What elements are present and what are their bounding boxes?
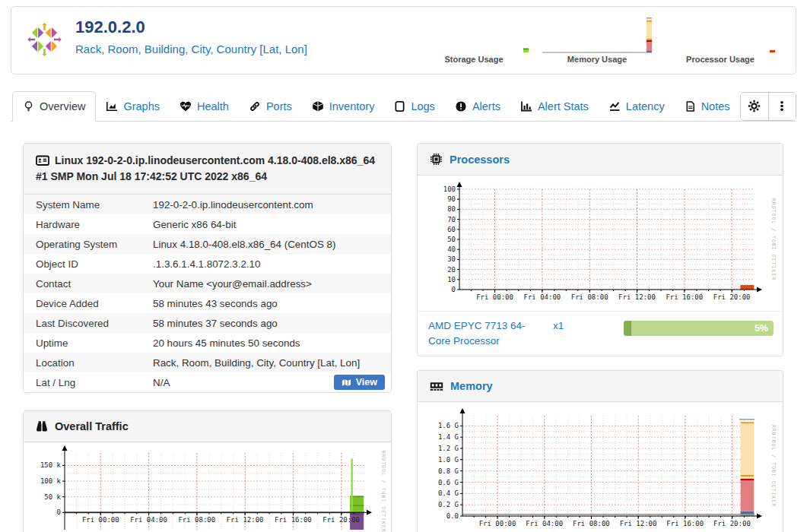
tab-label: Health [197, 100, 229, 112]
processor-usage-sparkline [663, 16, 777, 54]
system-info-table: System Name192-0-2-0.ip.linodeuserconten… [24, 195, 391, 392]
table-row-latlng: Lat / Lng N/A View [24, 372, 391, 392]
map-icon [342, 378, 351, 387]
tab-alerts[interactable]: Alerts [445, 91, 510, 121]
tab-label: Latency [626, 100, 665, 112]
svg-text:1.2 G: 1.2 G [438, 445, 459, 452]
svg-text:Fri 20:00: Fri 20:00 [713, 293, 751, 301]
tab-overview[interactable]: Overview [12, 91, 96, 122]
svg-text:90: 90 [447, 195, 456, 203]
svg-text:Fri 08:00: Fri 08:00 [178, 516, 215, 524]
tab-ports[interactable]: Ports [239, 91, 302, 121]
settings-button[interactable] [741, 93, 768, 120]
kebab-menu-icon [776, 100, 788, 112]
svg-text:Fri 00:00: Fri 00:00 [476, 293, 513, 301]
device-tab-bar: Overview Graphs Health Ports Inventory L… [11, 91, 796, 122]
tab-latency[interactable]: Latency [599, 91, 675, 121]
overall-traffic-header: Overall Traffic [24, 411, 391, 442]
lightbulb-icon [23, 100, 34, 112]
tab-graphs[interactable]: Graphs [96, 91, 170, 121]
overall-traffic-title: Overall Traffic [55, 420, 129, 432]
svg-text:Fri 12:00: Fri 12:00 [226, 516, 263, 524]
microchip-icon [430, 153, 443, 166]
svg-text:40: 40 [447, 245, 456, 253]
svg-text:RRDTOOL / TOBI OETIKER: RRDTOOL / TOBI OETIKER [770, 425, 776, 507]
processor-usage-label: Processor Usage [686, 55, 755, 64]
view-map-button[interactable]: View [334, 375, 385, 390]
svg-text:RRDTOOL / TOBI OETIKER: RRDTOOL / TOBI OETIKER [380, 450, 386, 532]
svg-text:20: 20 [447, 266, 456, 274]
processor-usage-graph[interactable]: 0102030405060708090100Fri 00:00Fri 04:00… [424, 179, 776, 308]
tab-notes[interactable]: Notes [675, 91, 740, 121]
system-kernel-title: Linux 192-0-2-0.ip.linodeusercontent.com… [36, 154, 375, 182]
memory-usage-sparkline [540, 16, 654, 54]
svg-text:Fri 08:00: Fri 08:00 [571, 293, 608, 301]
svg-text:Fri 12:00: Fri 12:00 [620, 520, 657, 527]
table-row: LocationRack, Room, Building, City, Coun… [24, 353, 391, 372]
more-menu-button[interactable] [768, 93, 796, 120]
device-location-link[interactable]: Rack, Room, Building, City, Country [Lat… [75, 43, 307, 55]
svg-text:1.4 G: 1.4 G [438, 433, 459, 441]
memory-usage-minigraph[interactable]: Memory Usage [540, 16, 654, 64]
binoculars-icon [36, 420, 48, 432]
cpu-usage-fill [624, 321, 631, 336]
tab-alert-stats[interactable]: Alert Stats [510, 91, 599, 121]
tab-health[interactable]: Health [170, 91, 239, 121]
processors-card: Processors 0102030405060708090100Fri 00:… [417, 143, 783, 356]
tab-inventory[interactable]: Inventory [302, 91, 385, 121]
cpu-usage-percent: 5% [755, 321, 768, 336]
memory-icon [430, 382, 443, 391]
left-column: Linux 192-0-2-0.ip.linodeusercontent.com… [23, 143, 392, 532]
svg-text:70: 70 [447, 216, 456, 223]
svg-text:50: 50 [447, 236, 456, 243]
svg-text:Fri 00:00: Fri 00:00 [81, 516, 119, 524]
storage-usage-label: Storage Usage [444, 55, 503, 64]
svg-text:Fri 16:00: Fri 16:00 [274, 516, 311, 524]
area-chart-icon [106, 100, 118, 112]
device-action-buttons [740, 92, 796, 121]
alert-circle-icon [455, 100, 467, 112]
address-card-icon [36, 154, 49, 166]
processors-header[interactable]: Processors [418, 144, 783, 176]
svg-text:30: 30 [447, 255, 456, 263]
svg-text:80: 80 [447, 205, 456, 213]
table-row: Device Added58 minutes 43 seconds ago [24, 293, 391, 313]
tab-label: Ports [266, 100, 292, 112]
svg-text:1.6 G: 1.6 G [438, 422, 459, 429]
cube-icon [312, 100, 324, 112]
svg-text:Fri 20:00: Fri 20:00 [322, 516, 360, 524]
tab-label: Alert Stats [538, 100, 589, 112]
svg-text:100: 100 [443, 185, 456, 193]
svg-text:RRDTOOL / TOBI OETIKER: RRDTOOL / TOBI OETIKER [770, 198, 776, 280]
svg-text:10: 10 [447, 276, 456, 283]
table-row: HardwareGeneric x86 64-bit [24, 214, 391, 234]
gear-icon [748, 100, 761, 112]
svg-text:50 k: 50 k [44, 493, 61, 501]
table-row: ContactYour Name <your@email.address> [24, 274, 391, 293]
memory-usage-graph[interactable]: 0.00.2 G0.4 G0.6 G0.8 G1.0 G1.2 G1.4 G1.… [424, 405, 776, 532]
table-row: Uptime20 hours 45 minutes 50 seconds [24, 333, 391, 353]
svg-text:0.4 G: 0.4 G [438, 489, 459, 497]
tab-logs[interactable]: Logs [384, 91, 444, 121]
processor-row: AMD EPYC 7713 64-Core Processor x1 5% [418, 311, 783, 356]
table-row: Last Discovered58 minutes 37 seconds ago [24, 313, 391, 333]
svg-text:Fri 04:00: Fri 04:00 [130, 516, 167, 524]
heartbeat-icon [180, 100, 192, 112]
svg-text:Fri 16:00: Fri 16:00 [666, 520, 704, 527]
svg-text:Fri 00:00: Fri 00:00 [479, 520, 516, 527]
svg-text:Fri 04:00: Fri 04:00 [526, 520, 563, 527]
cpu-name-link[interactable]: AMD EPYC 7713 64-Core Processor [428, 318, 542, 348]
table-row: Object ID.1.3.6.1.4.1.8072.3.2.10 [24, 254, 391, 274]
line-chart-icon [608, 100, 621, 112]
svg-text:Fri 04:00: Fri 04:00 [523, 293, 561, 301]
device-overview-page: 192.0.2.0 Rack, Room, Building, City, Co… [0, 0, 807, 532]
table-row: System Name192-0-2-0.ip.linodeuserconten… [24, 195, 391, 214]
device-header: 192.0.2.0 Rack, Room, Building, City, Co… [11, 6, 796, 74]
storage-usage-minigraph[interactable]: Storage Usage [417, 16, 531, 64]
tab-label: Alerts [472, 100, 500, 112]
processor-usage-minigraph[interactable]: Processor Usage [663, 16, 777, 64]
memory-header[interactable]: Memory [418, 371, 783, 402]
link-icon [249, 100, 261, 112]
note-icon [685, 100, 696, 112]
overall-traffic-graph[interactable]: 050 k100 k150 kFri 00:00Fri 04:00Fri 08:… [30, 445, 386, 532]
